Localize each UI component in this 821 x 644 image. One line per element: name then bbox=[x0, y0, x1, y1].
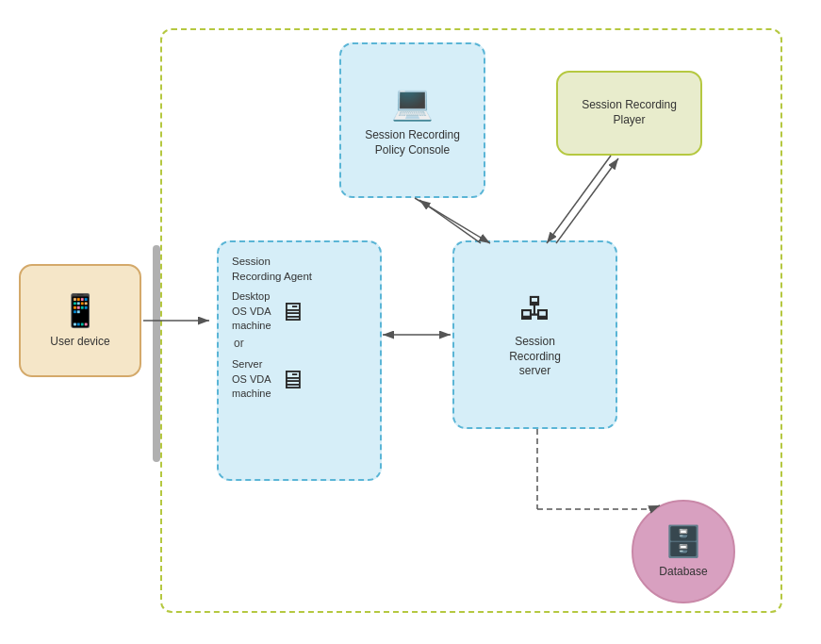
divider-line bbox=[153, 245, 160, 462]
player-label: Session RecordingPlayer bbox=[582, 98, 677, 127]
server-box: 🖧 SessionRecordingserver bbox=[452, 240, 617, 429]
desktop-icon-1: 🖥 bbox=[279, 296, 305, 327]
agent-or-label: or bbox=[232, 333, 244, 352]
policy-console-box: 💻 Session RecordingPolicy Console bbox=[339, 42, 485, 198]
database-box: 🗄️ Database bbox=[632, 500, 735, 603]
player-box: Session RecordingPlayer bbox=[556, 71, 702, 156]
agent-desktop-label: DesktopOS VDAmachine bbox=[232, 289, 271, 333]
agent-desktop-row: DesktopOS VDAmachine 🖥 bbox=[232, 289, 305, 333]
agent-server-row: ServerOS VDAmachine 🖥 bbox=[232, 357, 305, 401]
agent-box: SessionRecording Agent DesktopOS VDAmach… bbox=[217, 240, 382, 481]
diagram-container: 📱 User device 💻 Session RecordingPolicy … bbox=[0, 0, 821, 644]
database-label: Database bbox=[659, 565, 707, 580]
devices-icon: 📱 bbox=[60, 291, 100, 329]
user-device-label: User device bbox=[50, 335, 109, 350]
agent-server-label: ServerOS VDAmachine bbox=[232, 357, 271, 401]
agent-title-label: SessionRecording Agent bbox=[232, 254, 312, 284]
database-icon: 🗄️ bbox=[665, 523, 702, 559]
server-icon: 🖧 bbox=[519, 290, 551, 327]
user-device-box: 📱 User device bbox=[19, 264, 141, 377]
laptop-icon: 💻 bbox=[391, 83, 434, 123]
policy-console-label: Session RecordingPolicy Console bbox=[365, 128, 460, 157]
server-label: SessionRecordingserver bbox=[509, 335, 561, 379]
desktop-icon-2: 🖥 bbox=[279, 364, 305, 395]
